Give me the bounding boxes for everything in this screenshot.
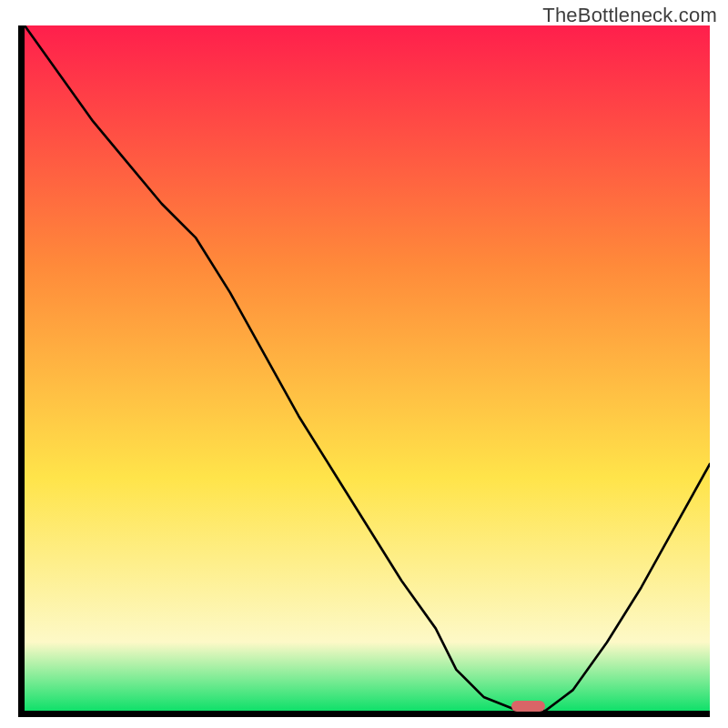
optimum-marker (511, 701, 546, 712)
curve-path (25, 25, 710, 711)
watermark-label: TheBottleneck.com (542, 4, 717, 27)
chart-axes (18, 25, 710, 717)
bottleneck-curve (25, 25, 710, 711)
plot-area (25, 25, 710, 711)
